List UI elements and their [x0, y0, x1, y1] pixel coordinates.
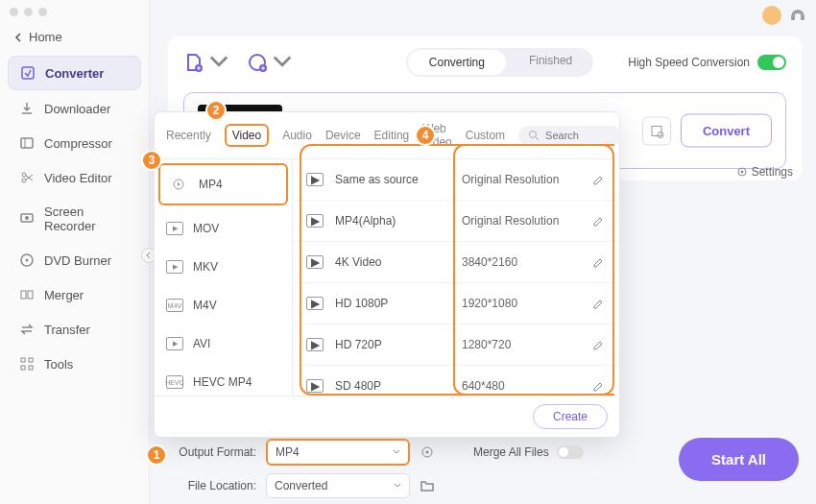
preset-row[interactable]: ▶4K Video3840*2160 — [293, 242, 619, 283]
chevron-left-icon — [145, 252, 153, 259]
download-icon — [19, 101, 35, 116]
high-speed-toggle-row: High Speed Conversion — [628, 55, 786, 70]
back-home[interactable]: Home — [0, 24, 149, 50]
svg-point-21 — [530, 132, 537, 138]
edit-icon[interactable] — [592, 214, 606, 228]
tab-recently[interactable]: Recently — [166, 129, 211, 142]
search-icon — [528, 130, 540, 141]
tab-editing[interactable]: Editing — [374, 129, 410, 142]
format-label: MP4 — [199, 178, 223, 191]
svg-rect-9 — [28, 291, 33, 299]
status-segment: Converting Finished — [406, 48, 593, 77]
format-mp4[interactable]: MP4 — [158, 163, 288, 205]
sidebar-item-transfer[interactable]: Transfer — [8, 313, 141, 346]
add-url-button[interactable] — [247, 52, 293, 73]
svg-point-7 — [26, 259, 29, 262]
search-box[interactable] — [518, 126, 622, 145]
file-location-select[interactable]: Converted — [266, 473, 410, 498]
file-actions: Convert — [642, 114, 772, 148]
sidebar-item-label: Screen Recorder — [44, 204, 130, 233]
chevron-down-icon — [208, 52, 229, 73]
edit-icon[interactable] — [592, 173, 606, 186]
tab-custom[interactable]: Custom — [466, 129, 505, 142]
settings-label: Settings — [752, 165, 793, 179]
callout-3: 3 — [141, 150, 162, 171]
sidebar-item-converter[interactable]: Converter — [8, 56, 141, 90]
sidebar-item-label: Tools — [44, 357, 73, 372]
preset-row[interactable]: ▶HD 1080P1920*1080 — [293, 283, 619, 324]
edit-icon[interactable] — [592, 379, 606, 393]
svg-point-18 — [658, 132, 663, 137]
merge-label: Merge All Files — [473, 445, 549, 459]
folder-icon[interactable] — [420, 478, 435, 493]
sidebar-item-merger[interactable]: Merger — [8, 278, 141, 311]
preset-row[interactable]: ▶HD 720P1280*720 — [293, 324, 619, 366]
sidebar-item-label: DVD Burner — [44, 253, 111, 268]
create-button[interactable]: Create — [533, 404, 608, 429]
format-label: MKV — [193, 260, 218, 274]
window-traffic-lights — [0, 0, 149, 24]
format-label: AVI — [193, 337, 210, 350]
format-mkv[interactable]: ▶MKV — [155, 248, 292, 286]
tab-video[interactable]: Video — [225, 124, 269, 147]
sidebar-item-dvd-burner[interactable]: DVD Burner — [8, 244, 141, 276]
svg-point-24 — [426, 451, 429, 454]
video-format-icon: ▶ — [166, 222, 183, 235]
minimize-dot[interactable] — [24, 8, 33, 16]
svg-rect-13 — [29, 366, 33, 370]
video-icon: ▶ — [306, 379, 324, 393]
preset-resolution: 1920*1080 — [462, 297, 581, 310]
screen-recorder-icon — [19, 211, 35, 227]
preset-resolution: 1280*720 — [462, 338, 581, 351]
preset-name: Same as source — [335, 173, 450, 186]
sidebar: Home Converter Downloader Compressor Vid… — [0, 0, 150, 504]
file-location-value: Converted — [275, 479, 327, 492]
edit-icon[interactable] — [592, 338, 606, 351]
search-input[interactable] — [545, 130, 612, 141]
preset-row[interactable]: ▶MP4(Alpha)Original Resolution — [293, 201, 619, 242]
tab-finished[interactable]: Finished — [508, 48, 593, 77]
output-format-value: MP4 — [276, 445, 300, 459]
svg-rect-8 — [21, 291, 26, 299]
format-m4v[interactable]: M4VM4V — [155, 286, 292, 324]
sidebar-item-downloader[interactable]: Downloader — [8, 92, 141, 125]
start-all-button[interactable]: Start All — [679, 438, 799, 481]
convert-button[interactable]: Convert — [681, 114, 772, 148]
tab-converting[interactable]: Converting — [408, 50, 506, 75]
support-icon[interactable] — [789, 7, 806, 24]
tab-device[interactable]: Device — [325, 129, 361, 142]
format-avi[interactable]: ▶AVI — [155, 324, 292, 363]
close-dot[interactable] — [10, 8, 18, 16]
add-file-button[interactable] — [183, 52, 229, 73]
format-mov[interactable]: ▶MOV — [155, 209, 292, 248]
svg-rect-12 — [21, 366, 25, 370]
high-speed-toggle[interactable] — [757, 55, 786, 70]
compressor-icon — [19, 135, 35, 151]
settings-link[interactable]: Settings — [736, 165, 793, 179]
gear-icon[interactable] — [420, 444, 435, 460]
format-popup: Recently Video Audio Device Editing Web … — [154, 111, 620, 438]
format-list: MP4 ▶MOV ▶MKV M4VM4V ▶AVI HEVCHEVC MP4 H… — [155, 159, 293, 396]
preset-name: HD 720P — [335, 338, 450, 351]
video-icon: ▶ — [306, 173, 324, 186]
sidebar-item-screen-recorder[interactable]: Screen Recorder — [8, 196, 141, 242]
format-hevc-mp4[interactable]: HEVCHEVC MP4 — [155, 363, 292, 396]
sidebar-item-tools[interactable]: Tools — [8, 348, 141, 380]
sidebar-item-label: Converter — [45, 66, 104, 81]
edit-icon[interactable] — [592, 297, 606, 310]
url-icon — [247, 52, 268, 73]
maximize-dot[interactable] — [38, 8, 47, 16]
tab-audio[interactable]: Audio — [282, 129, 312, 142]
edit-icon[interactable] — [592, 255, 606, 269]
sidebar-item-video-editor[interactable]: Video Editor — [8, 161, 141, 194]
gear-icon — [649, 123, 664, 138]
file-settings-button[interactable] — [642, 116, 671, 145]
sidebar-item-compressor[interactable]: Compressor — [8, 127, 141, 159]
preset-name: MP4(Alpha) — [335, 214, 450, 228]
output-format-select[interactable]: MP4 — [266, 439, 410, 466]
avatar[interactable] — [762, 6, 781, 25]
preset-name: 4K Video — [335, 255, 450, 269]
preset-row[interactable]: ▶SD 480P640*480 — [293, 366, 619, 396]
preset-row[interactable]: ▶Same as sourceOriginal Resolution — [293, 159, 619, 201]
merge-toggle[interactable] — [557, 445, 584, 459]
